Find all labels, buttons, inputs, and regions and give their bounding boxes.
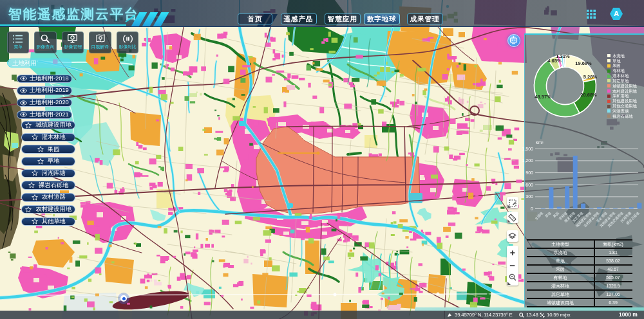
svg-text:草地: 草地 (544, 210, 552, 218)
svg-text:5.28%: 5.28% (583, 74, 598, 80)
svg-text:0: 0 (531, 206, 533, 211)
svg-text:1.31%: 1.31% (556, 53, 570, 59)
svg-text:水浇地: 水浇地 (534, 210, 545, 221)
svg-text:km²: km² (536, 140, 544, 145)
svg-text:900: 900 (526, 170, 533, 175)
svg-text:48.57%: 48.57% (535, 94, 551, 100)
svg-text:20.68%: 20.68% (580, 92, 597, 98)
svg-text:600: 600 (526, 183, 533, 187)
svg-text:19.69%: 19.69% (575, 60, 592, 66)
svg-text:1,500: 1,500 (522, 147, 533, 151)
svg-text:1,200: 1,200 (522, 158, 533, 163)
svg-text:300: 300 (526, 194, 533, 199)
